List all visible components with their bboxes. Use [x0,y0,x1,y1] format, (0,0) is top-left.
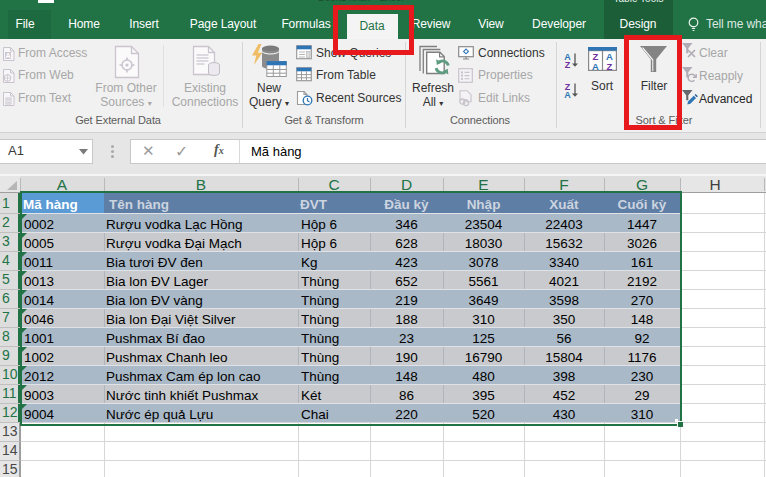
svg-text:Z: Z [565,60,571,70]
svg-text:A: A [5,52,10,59]
svg-text:A: A [592,61,599,72]
svg-text:Z: Z [607,61,613,72]
